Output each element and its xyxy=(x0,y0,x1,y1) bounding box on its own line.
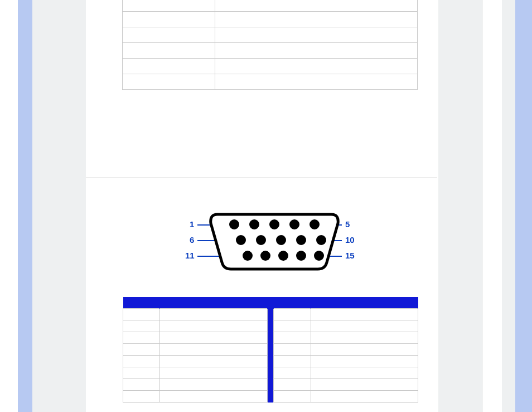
table-row xyxy=(123,367,418,379)
spec-cell xyxy=(123,74,215,90)
spec-cell xyxy=(123,0,215,12)
svg-point-11 xyxy=(260,251,270,261)
table-row xyxy=(123,356,418,367)
pin-cell xyxy=(274,391,311,403)
pin-cell xyxy=(160,391,267,403)
pin-label-5: 5 xyxy=(345,219,350,229)
vga-connector-icon xyxy=(207,211,341,272)
table-gap xyxy=(267,332,274,344)
pin-cell xyxy=(123,344,160,356)
table-gap xyxy=(267,309,274,320)
table-row xyxy=(123,0,418,12)
table-row xyxy=(123,12,418,27)
left-grey-stripe xyxy=(32,0,86,412)
pin-cell xyxy=(274,332,311,344)
table-row xyxy=(123,332,418,344)
table-gap xyxy=(267,367,274,379)
svg-point-10 xyxy=(243,251,253,261)
pin-cell xyxy=(274,367,311,379)
left-blue-stripe xyxy=(18,0,32,412)
spec-cell xyxy=(215,59,417,74)
pin-cell xyxy=(123,379,160,391)
table-row xyxy=(123,74,418,90)
pin-cell xyxy=(160,332,267,344)
pin-cell xyxy=(123,309,160,320)
pin-label-1: 1 xyxy=(190,219,194,229)
svg-point-0 xyxy=(229,219,239,229)
pin-label-6: 6 xyxy=(190,235,194,245)
scroll-pane-divider xyxy=(482,0,482,412)
svg-point-12 xyxy=(278,251,288,261)
table-row xyxy=(123,391,418,403)
spec-cell xyxy=(215,74,417,90)
pin-label-10: 10 xyxy=(345,235,355,245)
pin-header-left-signal xyxy=(160,297,267,309)
pin-cell xyxy=(160,356,267,367)
pin-cell xyxy=(311,356,418,367)
table-row xyxy=(123,320,418,332)
table-row xyxy=(123,43,418,59)
svg-point-4 xyxy=(309,219,320,229)
pin-cell xyxy=(274,344,311,356)
svg-point-2 xyxy=(269,219,279,229)
table-gap xyxy=(267,391,274,403)
table-row xyxy=(123,344,418,356)
table-gap xyxy=(267,379,274,391)
right-blue-stripe xyxy=(515,0,532,412)
table-gap xyxy=(267,356,274,367)
pin-label-15: 15 xyxy=(345,251,355,260)
table-gap xyxy=(267,344,274,356)
table-gap xyxy=(267,320,274,332)
document-content: 1 6 11 5 10 15 xyxy=(86,0,438,412)
spec-cell xyxy=(215,0,417,12)
spec-cell xyxy=(215,43,417,59)
table-row xyxy=(123,59,418,74)
right-grey-stripe xyxy=(438,0,482,412)
pin-cell xyxy=(123,391,160,403)
pin-cell xyxy=(311,320,418,332)
svg-point-3 xyxy=(289,219,299,229)
scrollbar-track[interactable] xyxy=(502,0,515,412)
pin-assignment-table xyxy=(123,297,418,403)
svg-point-9 xyxy=(316,235,326,245)
pin-header-right-signal xyxy=(311,297,418,309)
pin-cell xyxy=(160,320,267,332)
svg-point-1 xyxy=(249,219,259,229)
pin-cell xyxy=(160,367,267,379)
section-divider xyxy=(86,178,437,178)
spec-cell xyxy=(123,59,215,74)
pin-cell xyxy=(274,320,311,332)
pin-cell xyxy=(274,379,311,391)
spec-cell xyxy=(215,12,417,27)
spec-cell xyxy=(123,27,215,43)
table-gap xyxy=(267,297,274,309)
svg-point-5 xyxy=(236,235,246,245)
vga-connector-figure: 1 6 11 5 10 15 xyxy=(142,211,381,278)
pin-header-right-pin xyxy=(274,297,311,309)
svg-point-6 xyxy=(256,235,266,245)
pin-cell xyxy=(123,320,160,332)
pin-cell xyxy=(274,356,311,367)
pin-label-11: 11 xyxy=(185,251,195,260)
pin-cell xyxy=(123,367,160,379)
pin-cell xyxy=(311,391,418,403)
pin-cell xyxy=(311,332,418,344)
pin-cell xyxy=(160,379,267,391)
spec-cell xyxy=(123,12,215,27)
spec-table xyxy=(122,0,418,90)
svg-point-13 xyxy=(296,251,306,261)
pin-cell xyxy=(311,379,418,391)
pin-cell xyxy=(123,332,160,344)
pin-cell xyxy=(160,309,267,320)
svg-point-7 xyxy=(276,235,286,245)
pin-cell xyxy=(311,309,418,320)
spec-cell xyxy=(123,43,215,59)
table-row xyxy=(123,27,418,43)
pin-cell xyxy=(160,344,267,356)
page-viewport: 1 6 11 5 10 15 xyxy=(0,0,532,412)
pin-cell xyxy=(311,367,418,379)
svg-point-8 xyxy=(296,235,306,245)
svg-point-14 xyxy=(314,251,324,261)
table-row xyxy=(123,379,418,391)
spec-cell xyxy=(215,27,417,43)
